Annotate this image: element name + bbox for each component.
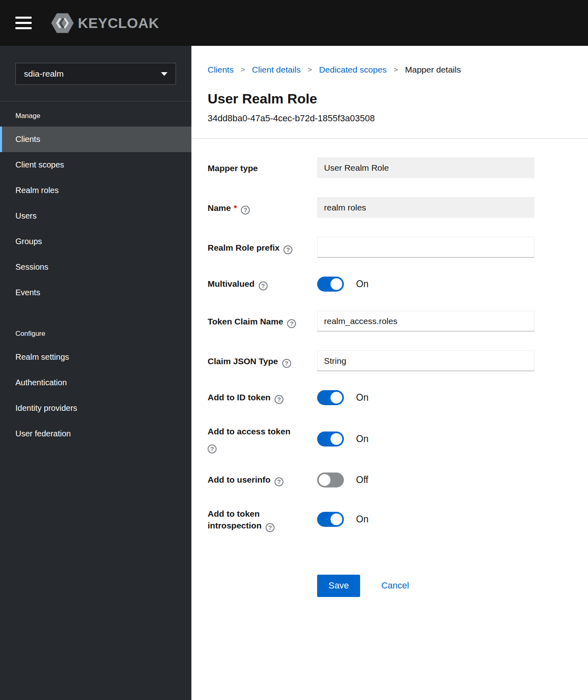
- breadcrumb-separator-icon: >: [394, 65, 398, 74]
- page-title: User Realm Role: [208, 91, 534, 107]
- form-row-mapper-type: Mapper type: [208, 157, 534, 178]
- hamburger-icon: [15, 17, 32, 19]
- help-icon[interactable]: ?: [241, 206, 250, 215]
- sidebar-item-user-federation[interactable]: User federation: [0, 421, 191, 447]
- sidebar-item-realm-roles[interactable]: Realm roles: [0, 178, 191, 203]
- required-indicator: *: [234, 203, 237, 213]
- nav-toggle-button[interactable]: [15, 17, 32, 29]
- breadcrumb-dedicated-scopes[interactable]: Dedicated scopes: [319, 65, 387, 75]
- nav-list-configure: Realm settings Authentication Identity p…: [0, 344, 191, 447]
- breadcrumb-separator-icon: >: [308, 65, 312, 74]
- add-to-userinfo-state: Off: [356, 475, 368, 485]
- section-divider: [191, 138, 588, 139]
- form-row-claim-json-type: Claim JSON Type?: [208, 350, 534, 371]
- breadcrumb-client-details[interactable]: Client details: [252, 65, 300, 75]
- name-input[interactable]: [317, 197, 534, 218]
- form-row-token-claim-name: Token Claim Name?: [208, 311, 534, 331]
- keycloak-logo: KEYCLOAK: [50, 13, 159, 34]
- realm-selector-value: sdia-realm: [24, 69, 64, 79]
- mapper-type-input[interactable]: [317, 157, 534, 178]
- form-row-add-to-userinfo: Add to userinfo? Off: [208, 472, 534, 487]
- add-to-userinfo-label: Add to userinfo?: [208, 472, 317, 487]
- sidebar-item-realm-settings[interactable]: Realm settings: [0, 344, 191, 370]
- add-to-userinfo-toggle[interactable]: [317, 472, 344, 487]
- form-row-name: Name*?: [208, 197, 534, 218]
- add-to-access-token-label: Add to access token?: [208, 424, 317, 453]
- sidebar-item-users[interactable]: Users: [0, 203, 191, 229]
- breadcrumb-separator-icon: >: [240, 65, 245, 74]
- help-icon[interactable]: ?: [287, 319, 296, 328]
- form-actions: Save Cancel: [317, 575, 534, 597]
- add-to-token-introspection-toggle[interactable]: [317, 512, 344, 527]
- realm-selector-block: sdia-realm: [0, 46, 191, 101]
- nav-section-configure: Configure: [0, 305, 191, 344]
- sidebar: sdia-realm Manage Clients Client scopes …: [0, 46, 191, 700]
- app-header: KEYCLOAK: [0, 0, 588, 46]
- breadcrumb-mapper-details: Mapper details: [405, 65, 461, 75]
- form-row-realm-role-prefix: Realm Role prefix?: [208, 237, 534, 258]
- add-to-id-token-state: On: [356, 392, 369, 403]
- help-icon[interactable]: ?: [208, 444, 217, 453]
- form-row-add-to-id-token: Add to ID token? On: [208, 390, 534, 405]
- sidebar-item-identity-providers[interactable]: Identity providers: [0, 395, 191, 421]
- token-claim-name-label: Token Claim Name?: [208, 311, 317, 331]
- mapper-form: Mapper type Name*?: [208, 157, 534, 597]
- breadcrumb-clients[interactable]: Clients: [208, 65, 234, 75]
- sidebar-item-groups[interactable]: Groups: [0, 229, 191, 254]
- sidebar-item-clients[interactable]: Clients: [0, 127, 191, 152]
- help-icon[interactable]: ?: [275, 477, 283, 486]
- realm-selector[interactable]: sdia-realm: [15, 63, 176, 85]
- name-label: Name*?: [208, 197, 317, 218]
- add-to-access-token-toggle[interactable]: [317, 432, 344, 447]
- help-icon[interactable]: ?: [282, 359, 291, 368]
- token-claim-name-input[interactable]: [317, 311, 534, 331]
- sidebar-item-client-scopes[interactable]: Client scopes: [0, 152, 191, 178]
- multivalued-toggle[interactable]: [317, 277, 344, 292]
- mapper-id: 34dd8ba0-47a5-4cec-b72d-1855f3a03508: [208, 113, 534, 124]
- add-to-access-token-state: On: [356, 434, 369, 444]
- claim-json-type-input[interactable]: [317, 350, 534, 371]
- help-icon[interactable]: ?: [259, 281, 268, 290]
- multivalued-state: On: [356, 279, 369, 290]
- help-icon[interactable]: ?: [283, 245, 292, 254]
- nav-section-manage: Manage: [0, 101, 191, 127]
- add-to-id-token-label: Add to ID token?: [208, 390, 317, 405]
- form-row-add-to-access-token: Add to access token? On: [208, 424, 534, 453]
- form-row-add-to-token-introspection: Add to token introspection? On: [208, 507, 534, 532]
- add-to-id-token-toggle[interactable]: [317, 390, 344, 405]
- claim-json-type-label: Claim JSON Type?: [208, 350, 317, 371]
- sidebar-item-authentication[interactable]: Authentication: [0, 370, 191, 395]
- keycloak-admin-console: KEYCLOAK sdia-realm Manage Clients Clien…: [0, 0, 588, 700]
- sidebar-item-events[interactable]: Events: [0, 280, 191, 305]
- breadcrumb: Clients > Client details > Dedicated sco…: [208, 46, 534, 75]
- realm-role-prefix-label: Realm Role prefix?: [208, 237, 317, 258]
- help-icon[interactable]: ?: [266, 523, 275, 532]
- keycloak-logo-icon: [50, 13, 75, 34]
- chevron-down-icon: [161, 72, 167, 76]
- add-to-token-introspection-state: On: [356, 514, 369, 525]
- cancel-link[interactable]: Cancel: [381, 580, 409, 591]
- save-button[interactable]: Save: [317, 575, 360, 597]
- realm-role-prefix-input[interactable]: [317, 237, 534, 258]
- form-row-multivalued: Multivalued? On: [208, 277, 534, 292]
- brand-wordmark: KEYCLOAK: [78, 15, 159, 31]
- nav-list-manage: Clients Client scopes Realm roles Users …: [0, 127, 191, 305]
- multivalued-label: Multivalued?: [208, 277, 317, 292]
- sidebar-item-sessions[interactable]: Sessions: [0, 254, 191, 280]
- add-to-token-introspection-label: Add to token introspection?: [208, 507, 317, 532]
- main-content: Clients > Client details > Dedicated sco…: [191, 46, 588, 700]
- help-icon[interactable]: ?: [275, 395, 283, 404]
- mapper-type-label: Mapper type: [208, 157, 317, 178]
